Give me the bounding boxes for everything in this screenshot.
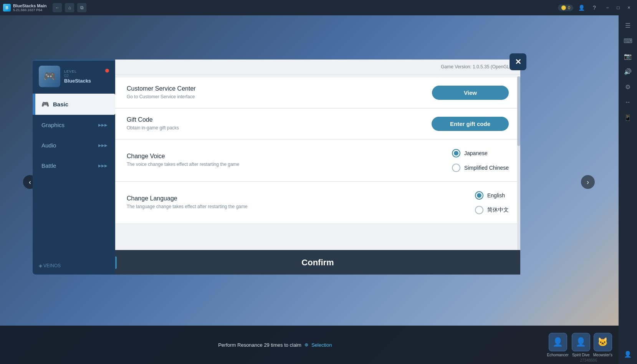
bluestacks-sidebar: ☰ ⌨ 📷 🔊 ⚙ ↔ 📱 👤 [619, 15, 637, 364]
topbar: B BlueStacks Main 5.21.560.1027 P64 ← ⌂ … [0, 0, 637, 15]
sidebar-label-battle: Battle [41, 162, 56, 169]
minimize-button[interactable]: − [602, 3, 612, 13]
language-chinese-label: 简休中文 [487, 207, 509, 213]
veinos-text: VEINOS [43, 263, 61, 268]
confirm-button[interactable]: Confirm [115, 250, 520, 275]
close-button[interactable]: × [624, 3, 634, 13]
sidebar-btn-5[interactable]: ⚙ [621, 80, 635, 94]
gift-code-desc: Obtain in-game gift packs [127, 125, 265, 131]
sidebar-btn-2[interactable]: ⌨ [621, 34, 635, 48]
settings-sidebar: 🎮 LEVEL 02 BlueStacks 🎮 Basic Graphics ▶… [33, 60, 115, 275]
gift-code-action: Enter gift code [432, 117, 509, 131]
notification-text: Perform Resonance 29 times to claim [218, 342, 301, 348]
app-title-block: BlueStacks Main 5.21.560.1027 P64 [13, 3, 46, 12]
help-button[interactable]: ? [589, 3, 599, 13]
settings-row-gift-code: Gift Code Obtain in-game gift packs Ente… [115, 109, 520, 139]
language-english-radio[interactable] [475, 191, 483, 200]
confirm-label: Confirm [301, 258, 334, 268]
char-echomancer-icon: 👤 [549, 333, 567, 351]
coin-balance: 🪙 0 [558, 5, 573, 11]
sidebar-label-graphics: Graphics [41, 122, 65, 128]
close-settings-button[interactable]: ✕ [510, 53, 526, 70]
settings-row-change-voice: Change Voice The voice change takes effe… [115, 140, 520, 182]
char-meowster-icon: 🐱 [594, 333, 612, 351]
settings-panel: 🎮 LEVEL 02 BlueStacks 🎮 Basic Graphics ▶… [33, 60, 520, 275]
sidebar-arrows-graphics: ▶▶▶ [98, 123, 108, 127]
language-chinese-radio[interactable] [475, 206, 483, 214]
char-echomancer-label: Echomancer [547, 353, 569, 357]
topbar-nav: ← ⌂ ⧉ [53, 3, 86, 12]
char-echomancer[interactable]: 👤 Echomancer [547, 333, 569, 357]
sidebar-label-audio: Audio [41, 142, 56, 149]
gift-code-title: Gift Code [127, 116, 265, 123]
char-spirit-dive-icon: 👤 [572, 333, 590, 351]
customer-service-info: Customer Service Center Go to Customer S… [127, 85, 265, 100]
char-spirit-dive[interactable]: 👤 Spirit Dive [572, 333, 590, 357]
logo-icon: B [3, 4, 11, 12]
veinos-icon: ◈ [39, 263, 42, 268]
view-button[interactable]: View [432, 86, 509, 100]
sidebar-item-graphics[interactable]: Graphics ▶▶▶ [33, 115, 115, 135]
settings-main: Game Version: 1.0.5.35 (OpenGL) Customer… [115, 60, 520, 275]
change-voice-info: Change Voice The voice change takes effe… [127, 153, 265, 168]
sidebar-btn-1[interactable]: ☰ [621, 18, 635, 32]
change-language-action: English 简休中文 [475, 190, 509, 216]
settings-game-version: Game Version: 1.0.5.35 (OpenGL) [115, 60, 520, 74]
home-button[interactable]: ⌂ [65, 3, 74, 12]
change-language-desc: The language change takes effect after r… [127, 204, 265, 210]
change-language-info: Change Language The language change take… [127, 195, 265, 210]
settings-row-change-language: Change Language The language change take… [115, 182, 520, 224]
sidebar-active-indicator [34, 94, 35, 115]
selection-label[interactable]: Selection [311, 342, 332, 348]
scrollbar-thumb[interactable] [517, 76, 520, 146]
voice-chinese-option[interactable]: Simplified Chinese [452, 162, 509, 174]
change-language-title: Change Language [127, 195, 265, 202]
app-logo: B BlueStacks Main 5.21.560.1027 P64 [3, 3, 46, 12]
player-id: 27348686 [580, 358, 597, 362]
sidebar-btn-6[interactable]: ↔ [621, 95, 635, 109]
sidebar-username: BlueStacks [64, 78, 91, 84]
app-version: 5.21.560.1027 P64 [13, 8, 46, 12]
sidebar-profile-info: LEVEL 02 BlueStacks [64, 69, 91, 84]
sidebar-item-battle[interactable]: Battle ▶▶▶ [33, 156, 115, 176]
language-english-option[interactable]: English [475, 190, 505, 201]
change-voice-desc: The voice change takes effect after rest… [127, 161, 265, 168]
nav-arrow-right[interactable]: › [581, 175, 595, 189]
sidebar-btn-7[interactable]: 📱 [621, 111, 635, 124]
sidebar-item-audio[interactable]: Audio ▶▶▶ [33, 135, 115, 156]
sidebar-arrows-battle: ▶▶▶ [98, 164, 108, 168]
voice-chinese-radio[interactable] [452, 164, 460, 172]
sidebar-item-basic[interactable]: 🎮 Basic [33, 94, 115, 115]
multi-button[interactable]: ⧉ [77, 3, 86, 12]
notification-bar: Perform Resonance 29 times to claim ⊕ Se… [6, 342, 544, 348]
notification-dot [105, 69, 109, 73]
app-title: BlueStacks Main [13, 3, 46, 8]
sidebar-level-num: 02 [64, 73, 91, 78]
sidebar-profile: 🎮 LEVEL 02 BlueStacks [33, 60, 115, 94]
voice-japanese-radio[interactable] [452, 149, 460, 157]
sidebar-btn-8[interactable]: 👤 [621, 347, 635, 361]
gift-code-info: Gift Code Obtain in-game gift packs [127, 116, 265, 131]
profile-button[interactable]: 👤 [576, 3, 586, 13]
language-chinese-option[interactable]: 简休中文 [475, 204, 509, 216]
scrollbar-track [517, 76, 520, 250]
selection-link[interactable]: ⊕ [304, 342, 308, 347]
sidebar-btn-3[interactable]: 📷 [621, 49, 635, 63]
char-meowster-label: Meowster's [593, 353, 612, 357]
enter-gift-code-button[interactable]: Enter gift code [432, 117, 509, 131]
sidebar-btn-4[interactable]: 🔊 [621, 65, 635, 78]
language-english-label: English [487, 192, 505, 199]
settings-row-customer-service: Customer Service Center Go to Customer S… [115, 78, 520, 108]
char-spirit-dive-label: Spirit Dive [572, 353, 590, 357]
sidebar-avatar: 🎮 [39, 66, 60, 87]
change-voice-action: Japanese Simplified Chinese [452, 147, 509, 174]
sidebar-icon-basic: 🎮 [41, 101, 49, 108]
voice-japanese-option[interactable]: Japanese [452, 147, 488, 159]
voice-chinese-label: Simplified Chinese [464, 165, 509, 171]
char-meowster[interactable]: 🐱 Meowster's [593, 333, 612, 357]
back-button[interactable]: ← [53, 3, 62, 12]
customer-service-title: Customer Service Center [127, 85, 265, 92]
maximize-button[interactable]: □ [613, 3, 623, 13]
sidebar-arrows-audio: ▶▶▶ [98, 143, 108, 147]
change-voice-title: Change Voice [127, 153, 265, 160]
